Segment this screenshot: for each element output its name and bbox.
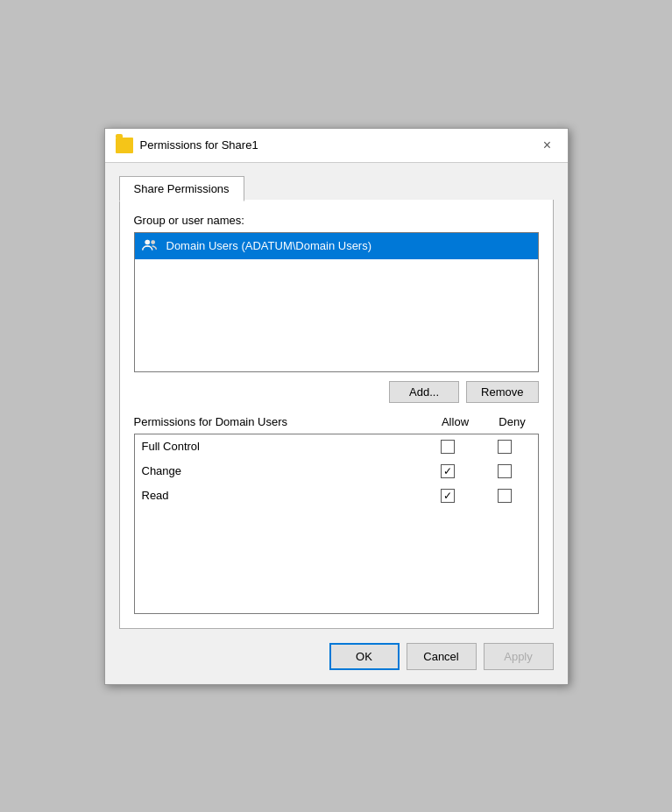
footer-buttons: OK Cancel Apply xyxy=(119,643,554,670)
users-list[interactable]: Domain Users (ADATUM\Domain Users) xyxy=(134,232,539,372)
allow-column-header: Allow xyxy=(425,415,486,428)
permissions-for-label: Permissions for Domain Users xyxy=(134,415,425,428)
user-name: Domain Users (ADATUM\Domain Users) xyxy=(166,239,372,252)
perm-deny-full-control xyxy=(478,440,531,454)
title-bar: Permissions for Share1 × xyxy=(105,129,568,163)
dialog-window: Permissions for Share1 × Share Permissio… xyxy=(104,128,569,685)
users-icon xyxy=(140,237,159,256)
perm-allow-read xyxy=(417,489,478,503)
checkbox-read-allow[interactable] xyxy=(441,489,455,503)
add-button[interactable]: Add... xyxy=(389,381,459,403)
permissions-spacer xyxy=(135,508,538,613)
tab-share-permissions[interactable]: Share Permissions xyxy=(119,176,244,201)
checkbox-read-deny[interactable] xyxy=(498,489,512,503)
close-button[interactable]: × xyxy=(538,136,557,155)
tab-content: Group or user names: xyxy=(119,200,554,629)
permissions-table: Full Control Change xyxy=(134,434,539,614)
title-bar-left: Permissions for Share1 xyxy=(116,138,258,153)
perm-row-read: Read xyxy=(135,484,538,508)
remove-button[interactable]: Remove xyxy=(466,381,538,403)
dialog-body: Share Permissions Group or user names: xyxy=(105,163,568,684)
permissions-header: Permissions for Domain Users Allow Deny xyxy=(134,415,539,428)
perm-allow-change xyxy=(417,464,478,478)
perm-row-full-control: Full Control xyxy=(135,434,538,459)
folder-icon xyxy=(116,138,133,153)
user-item[interactable]: Domain Users (ADATUM\Domain Users) xyxy=(135,233,538,259)
perm-row-change: Change xyxy=(135,459,538,484)
checkbox-change-deny[interactable] xyxy=(498,464,512,478)
svg-point-2 xyxy=(145,239,150,244)
perm-name-read: Read xyxy=(142,489,417,502)
group-label: Group or user names: xyxy=(134,214,539,227)
tab-header: Share Permissions xyxy=(119,175,554,201)
deny-column-header: Deny xyxy=(486,415,539,428)
ok-button[interactable]: OK xyxy=(329,643,400,670)
cancel-button[interactable]: Cancel xyxy=(407,643,477,670)
add-remove-buttons: Add... Remove xyxy=(134,381,539,403)
dialog-title: Permissions for Share1 xyxy=(140,138,258,152)
apply-button[interactable]: Apply xyxy=(484,643,554,670)
perm-name-change: Change xyxy=(142,464,417,477)
perm-deny-change xyxy=(478,464,531,478)
tab-outer: Share Permissions Group or user names: xyxy=(119,175,554,629)
svg-point-3 xyxy=(151,240,155,244)
perm-name-full-control: Full Control xyxy=(142,440,417,453)
perm-deny-read xyxy=(478,489,531,503)
checkbox-full-control-allow[interactable] xyxy=(441,440,455,454)
checkbox-change-allow[interactable] xyxy=(441,464,455,478)
checkbox-full-control-deny[interactable] xyxy=(498,440,512,454)
perm-allow-full-control xyxy=(417,440,478,454)
